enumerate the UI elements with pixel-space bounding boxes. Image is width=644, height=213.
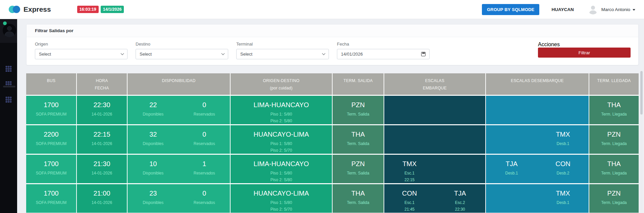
user-menu[interactable]: Marco Antonio <box>601 7 635 12</box>
bus-type: SOFA PREMIUM <box>26 142 76 146</box>
cell-escalas-embarque <box>384 125 485 154</box>
vertical-scrollbar[interactable] <box>640 71 643 210</box>
reservados-label: Reservados <box>179 142 230 146</box>
table-row[interactable]: 1700SOFA PREMIUM21:3014-01-202610Disponi… <box>26 155 639 183</box>
reservados: 0Reservados <box>179 131 230 154</box>
cell-escalas-desembarque: TMXDesb.1 <box>486 184 589 213</box>
cell-escalas-embarque: TMXEsc.122:15 <box>384 155 485 183</box>
cell-origen-destino: HUANCAYO-LIMAPiso 1: S/80Piso 2: S/70 <box>231 184 332 213</box>
departures-table: BUSHORAFECHADISPONIBILIDADORIGEN-DESTINO… <box>26 73 639 213</box>
sidebar-avatar[interactable] <box>3 24 16 37</box>
table-row[interactable]: 1700SOFA PREMIUM22:3014-01-202622Disponi… <box>26 96 639 124</box>
disponibles-label: Disponibles <box>128 201 179 205</box>
escala-sub-label: Desb.1 <box>537 201 589 205</box>
escala-slot <box>486 131 537 154</box>
escala-code: CON <box>537 160 589 167</box>
brand-title: Express <box>23 5 51 13</box>
piso-2-precio: Piso 2: S/70 <box>231 148 332 153</box>
bus-number: 1700 <box>26 190 76 197</box>
filtrar-button[interactable]: Filtrar <box>538 48 631 58</box>
cell-term-llegada: THATerm. Llegada <box>589 96 639 124</box>
cell-escalas-desembarque: TJADesb.1CONDesb.2 <box>486 155 589 183</box>
term-salida-code: PZN <box>333 160 384 167</box>
hora: 21:30 <box>77 160 127 167</box>
destino-select[interactable]: Select <box>136 49 228 59</box>
piso-1-precio: Piso 1: S/80 <box>231 201 332 205</box>
brand-logo-icon <box>9 5 21 13</box>
escala-code: TJA <box>486 160 537 167</box>
sidebar-handle[interactable] <box>3 86 15 87</box>
disponibles-count: 22 <box>128 101 179 109</box>
cell-term-salida: PZNTerm. Salida <box>333 96 384 124</box>
cell-origen-destino: LIMA-HUANCAYOPiso 1: S/80Piso 2: S/80 <box>231 96 332 124</box>
cell-escalas-embarque: CONEsc.121:45TJAEsc.222:30 <box>384 184 485 213</box>
origen-select[interactable]: Select <box>35 49 128 59</box>
sidebar-menu <box>0 66 17 102</box>
scrollbar-thumb[interactable] <box>640 71 643 115</box>
reservados-count: 0 <box>179 190 230 197</box>
cell-disponibilidad: 22Disponibles0Reservados <box>128 96 230 124</box>
group-by-sqlmode-button[interactable]: GROUP BY SQLMODE <box>482 4 539 15</box>
column-header-escalas-embarque: ESCALASEMBARQUE <box>384 73 485 95</box>
online-status-dot <box>3 21 7 25</box>
disponibles: 32Disponibles <box>128 131 179 154</box>
disponibles: 23Disponibles <box>128 190 179 213</box>
sidebar-item-3-apps-grid-icon[interactable] <box>6 97 11 102</box>
table-row[interactable]: 1700SOFA PREMIUM21:0014-01-202623Disponi… <box>26 184 639 213</box>
column-header-escalas-desembarque: ESCALAS DESEMBARQUE <box>486 73 589 95</box>
table-row[interactable]: 2200SOFA PREMIUM22:1514-01-202632Disponi… <box>26 125 639 154</box>
term-llegada-code: PZN <box>589 190 639 197</box>
cell-origen-destino: HUANCAYO-LIMAPiso 1: S/80Piso 2: S/70 <box>231 125 332 154</box>
cell-hora-fecha: 22:1514-01-2026 <box>77 125 127 154</box>
ruta: HUANCAYO-LIMA <box>231 190 332 197</box>
escala-slot <box>486 101 537 124</box>
column-header-hora-fecha: HORAFECHA <box>77 73 127 95</box>
piso-1-precio: Piso 1: S/80 <box>231 171 332 175</box>
column-header-disponibilidad: DISPONIBILIDAD <box>128 73 230 95</box>
sidebar <box>0 19 17 213</box>
sidebar-item-1-apps-grid-icon[interactable] <box>6 66 11 72</box>
term-salida-code: PZN <box>333 101 384 109</box>
term-llegada-code: PZN <box>589 131 639 138</box>
terminal-label: Terminal <box>236 42 329 47</box>
terminal-name-label: HUAYCAN <box>551 7 574 12</box>
cell-hora-fecha: 21:0014-01-2026 <box>77 184 127 213</box>
destino-label: Destino <box>136 42 228 47</box>
bus-number: 2200 <box>26 131 76 138</box>
origen-label: Origen <box>35 42 128 47</box>
term-llegada-label: Term. Llegada <box>589 171 639 175</box>
escala-slot <box>384 101 435 124</box>
escala-sub-label: Desb.1 <box>537 142 589 146</box>
escala-time: 22:15 <box>384 178 435 182</box>
cell-escalas-embarque <box>384 96 485 124</box>
cell-hora-fecha: 21:3014-01-2026 <box>77 155 127 183</box>
reservados-count: 1 <box>179 160 230 167</box>
reservados: 1Reservados <box>179 160 230 183</box>
fecha: 14-01-2026 <box>77 142 127 146</box>
bus-number: 1700 <box>26 160 76 167</box>
escala-sub-label: Esc.1 <box>384 201 435 205</box>
piso-1-precio: Piso 1: S/80 <box>231 112 332 117</box>
cell-term-salida: PZNTerm. Salida <box>333 155 384 183</box>
sidebar-profile-section <box>0 19 17 43</box>
column-header-bus: BUS <box>26 73 76 95</box>
reservados: 0Reservados <box>179 101 230 124</box>
time-badge: 16:03:19 <box>77 6 99 13</box>
bus-type: SOFA PREMIUM <box>26 201 76 205</box>
filter-card-body: Origen Select Destino Select Terminal <box>27 37 638 65</box>
disponibles: 10Disponibles <box>128 160 179 183</box>
disponibles-count: 32 <box>128 131 179 138</box>
escala-slot <box>537 101 589 124</box>
escala-slot <box>486 190 537 213</box>
term-salida-label: Term. Salida <box>333 142 384 146</box>
escala-time: 22:30 <box>435 207 486 212</box>
field-acciones: Acciones Filtrar <box>538 42 631 58</box>
cell-escalas-desembarque: TMXDesb.1 <box>486 125 589 154</box>
date-badge: 14/1/2026 <box>101 6 124 13</box>
cell-disponibilidad: 10Disponibles1Reservados <box>128 155 230 183</box>
fecha-date-input[interactable]: 14/01/2026 <box>337 49 430 59</box>
escala-code: TMX <box>384 160 435 167</box>
escala-slot <box>435 160 486 183</box>
terminal-select[interactable]: Select <box>236 49 329 59</box>
field-destino: Destino Select <box>136 42 228 59</box>
